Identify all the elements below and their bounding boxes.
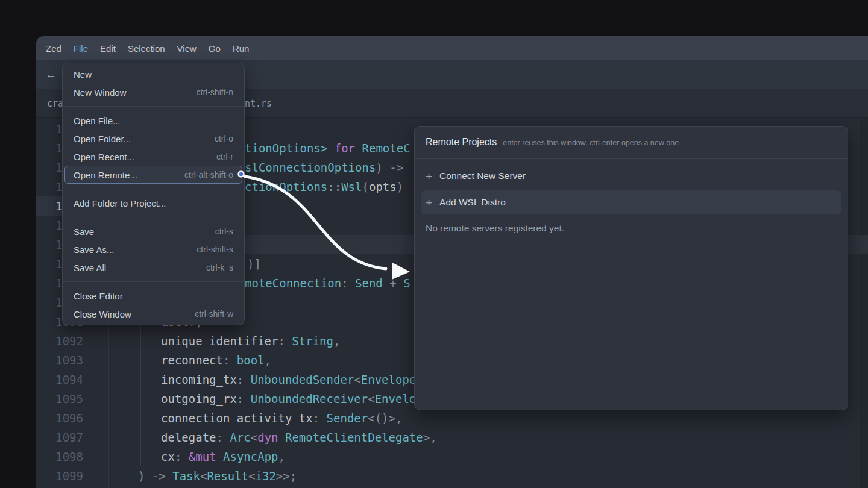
back-arrow-icon[interactable]: ←	[45, 69, 57, 80]
file-menu-dropdown: NewNew Windowctrl-shift-nOpen File...Ope…	[62, 63, 245, 325]
menu-item-add-folder-to-project[interactable]: Add Folder to Project...	[64, 194, 242, 212]
line-number: 1096	[36, 408, 83, 428]
modal-row-label: Connect New Server	[439, 170, 526, 181]
plus-icon: +	[426, 197, 432, 208]
menu-item-shortcut: ctrl-k s	[206, 263, 233, 272]
menu-separator	[63, 281, 244, 282]
modal-hint: enter reuses this window, ctrl-enter ope…	[503, 139, 679, 147]
breadcrumb-path-right: nt.rs	[245, 89, 272, 118]
line-number: 1099	[36, 466, 83, 486]
menu-separator	[63, 217, 244, 217]
menu-item-label: Close Editor	[74, 291, 123, 301]
menu-separator	[63, 189, 244, 189]
code-text: cx: &mut AsyncApp,	[161, 447, 285, 466]
line-number: 1098	[36, 447, 83, 466]
code-text: ctionOptions::Wsl(opts)	[245, 177, 403, 196]
menu-item-save-all[interactable]: Save Allctrl-k s	[64, 258, 242, 277]
code-text: reconnect: bool,	[161, 351, 271, 370]
code-line-1096[interactable]: 1096connection_activity_tx: Sender<()>,	[0, 408, 868, 428]
modal-row-connect-new-server[interactable]: +Connect New Server	[421, 164, 841, 188]
menu-item-open-folder[interactable]: Open Folder...ctrl-o	[64, 130, 242, 148]
line-number: 1092	[36, 331, 83, 351]
code-text: outgoing_rx: UnboundedReceiver<Envelope>…	[161, 389, 444, 408]
empty-state-text: No remote servers registered yet.	[415, 217, 848, 240]
menu-item-shortcut: ctrl-shift-w	[195, 309, 233, 319]
code-text: tionOptions> for RemoteC	[245, 139, 410, 158]
menu-item-label: New	[74, 69, 92, 80]
menubar-item-run[interactable]: Run	[233, 43, 250, 54]
menu-item-close-window[interactable]: Close Windowctrl-shift-w	[64, 305, 242, 323]
line-number: 1093	[36, 351, 83, 370]
menu-item-open-file[interactable]: Open File...	[64, 111, 242, 130]
menu-item-label: New Window	[74, 87, 127, 98]
code-text: moteConnection: Send + S	[245, 274, 410, 293]
menu-item-close-editor[interactable]: Close Editor	[64, 287, 242, 305]
menubar-item-selection[interactable]: Selection	[128, 43, 165, 54]
modal-row-add-wsl-distro[interactable]: +Add WSL Distro	[421, 190, 841, 214]
menu-item-shortcut: ctrl-alt-shift-o	[184, 170, 233, 180]
menu-item-shortcut: ctrl-s	[215, 227, 233, 236]
menubar-item-edit[interactable]: Edit	[100, 43, 116, 54]
modal-title: Remote Projects	[426, 137, 497, 148]
menu-item-label: Open Remote...	[74, 170, 137, 180]
code-text: delegate: Arc<dyn RemoteClientDelegate>,	[161, 428, 437, 447]
remote-projects-modal: Remote Projects enter reuses this window…	[414, 126, 848, 410]
menu-item-new-window[interactable]: New Windowctrl-shift-n	[64, 83, 242, 101]
menu-item-label: Save All	[74, 263, 106, 273]
code-text: ) -> Task<Result<i32>>;	[138, 466, 297, 486]
code-text: slConnectionOptions) ->	[245, 158, 403, 177]
line-number: 1095	[36, 389, 83, 408]
code-text: )]	[247, 254, 261, 274]
menu-item-label: Open Folder...	[74, 134, 131, 144]
menu-bar: ZedFileEditSelectionViewGoRun	[46, 43, 249, 54]
desktop: ZedFileEditSelectionViewGoRun ← cra nt.r…	[0, 0, 868, 488]
menubar-item-file[interactable]: File	[74, 43, 88, 54]
menu-item-label: Open Recent...	[74, 152, 134, 162]
menu-item-open-remote[interactable]: Open Remote...ctrl-alt-shift-o	[64, 166, 242, 184]
menu-item-shortcut: ctrl-shift-n	[197, 87, 233, 97]
menu-item-shortcut: ctrl-o	[215, 134, 233, 143]
line-number: 1097	[36, 428, 83, 447]
code-text: unique_identifier: String,	[161, 331, 340, 351]
menu-item-label: Save As...	[74, 245, 115, 255]
menubar-item-go[interactable]: Go	[209, 43, 221, 54]
code-text: connection_activity_tx: Sender<()>,	[161, 408, 402, 428]
menu-item-new[interactable]: New	[64, 65, 242, 83]
modal-row-label: Add WSL Distro	[439, 197, 506, 208]
line-number: 1094	[36, 370, 83, 389]
menubar-item-zed[interactable]: Zed	[46, 43, 61, 54]
menu-item-label: Close Window	[74, 309, 131, 319]
code-line-1098[interactable]: 1098cx: &mut AsyncApp,	[0, 447, 868, 466]
modal-header: Remote Projects enter reuses this window…	[415, 127, 848, 159]
menu-item-shortcut: ctrl-shift-s	[197, 245, 233, 254]
title-bar: ZedFileEditSelectionViewGoRun	[36, 36, 868, 60]
menu-item-save[interactable]: Savectrl-s	[64, 222, 242, 240]
code-line-1097[interactable]: 1097delegate: Arc<dyn RemoteClientDelega…	[0, 428, 868, 447]
menu-item-label: Open File...	[74, 116, 121, 126]
code-line-1099[interactable]: 1099) -> Task<Result<i32>>;	[0, 466, 868, 486]
menu-item-open-recent[interactable]: Open Recent...ctrl-r	[64, 148, 242, 166]
menu-item-shortcut: ctrl-r	[216, 152, 233, 161]
code-text: incoming_tx: UnboundedSender<Envelope>,	[161, 370, 430, 389]
menubar-item-view[interactable]: View	[177, 43, 197, 54]
menu-item-save-as[interactable]: Save As...ctrl-shift-s	[64, 240, 242, 258]
breadcrumb-path-left: cra	[47, 89, 63, 118]
menu-item-label: Add Folder to Project...	[74, 198, 166, 208]
modal-body: +Connect New Server+Add WSL Distro	[415, 159, 848, 214]
menu-item-label: Save	[74, 227, 94, 237]
menu-separator	[63, 106, 244, 107]
plus-icon: +	[426, 170, 432, 182]
